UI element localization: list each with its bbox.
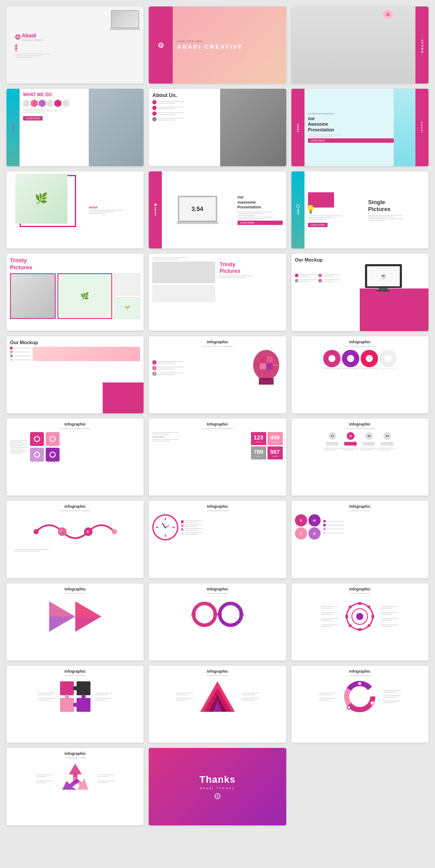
slide-19-wavy: 🔍 ⚙	[10, 514, 140, 549]
slide-2-brand: ABADI CREATIVE	[177, 44, 281, 50]
slide-17-content: Lorem ipsum 123 Lorem 456 Lorem 789 Lore…	[152, 432, 282, 459]
svg-text:TITLE: TITLE	[189, 615, 194, 617]
slide-15-infographic-tapes: Infographic Lorem ipsum dolor sit amet c…	[291, 336, 428, 413]
svg-marker-16	[49, 601, 75, 617]
svg-text:TITLE: TITLE	[241, 615, 246, 617]
slide-7-awesome-plant: 🌿 Abadi	[7, 171, 144, 248]
svg-rect-3	[267, 356, 273, 362]
slide-17-num-1: 123	[253, 434, 264, 441]
slide-26-infographic-chevron: Infographic Lorem ipsum dolor sit amet	[149, 666, 286, 743]
svg-rect-43	[77, 681, 90, 695]
svg-rect-35	[345, 615, 348, 618]
slide-14-head-graphic	[250, 350, 283, 387]
slide-8-title: ourAwesomePresentation	[238, 195, 283, 210]
slide-4-brand-label: ABADI	[12, 123, 14, 132]
slide-17-num-4: 567	[270, 449, 281, 455]
slide-1-subtitle: Creative Slides	[22, 39, 43, 41]
slide-1-abadi-intro: Abadi Creative Slides	[7, 7, 144, 84]
slide-14-title: Infographic	[152, 340, 282, 344]
slide-26-title: Infographic	[152, 669, 282, 674]
slide-12-monitor: ☕	[342, 264, 425, 292]
slide-22-title: Infographic	[10, 587, 140, 591]
slide-23-graphic: LOREM LOREM TITLE TITLE	[152, 597, 282, 632]
slide-11-trinity-2: TrinityPictures	[149, 254, 286, 331]
slide-14-content: 1 2 3	[152, 350, 282, 387]
slide-10-title: TrinityPictures	[10, 257, 140, 271]
slide-4-btn[interactable]: LEARN MORE	[23, 116, 43, 121]
svg-point-58	[371, 701, 374, 705]
slide-10-pics: 🌿 🌱	[10, 273, 140, 319]
slide-2-small: YOUR TITLE HERE	[177, 40, 281, 43]
slide-18-steps: 01 02 03 04	[295, 432, 425, 450]
svg-point-60	[355, 692, 364, 701]
slide-9-left-bar: Abadi	[291, 171, 304, 248]
svg-point-57	[358, 682, 361, 685]
slide-21-title: Infographic	[295, 504, 425, 509]
slide-13-content	[10, 347, 140, 361]
slide-11-content: TrinityPictures	[152, 261, 282, 327]
slide-24-title: Infographic	[295, 587, 425, 591]
svg-rect-2	[260, 356, 266, 362]
slide-26-graphic	[152, 679, 282, 714]
svg-text:LOREM: LOREM	[198, 603, 206, 606]
slide-23-title: Infographic	[152, 587, 282, 591]
slide-20-content	[152, 514, 282, 540]
slide-8-right: ourAwesomePresentation LEARN MORE	[234, 171, 286, 248]
slide-25-infographic-puzzle: Infographic Lorem ipsum dolor sit amet	[7, 666, 144, 743]
slide-29-thanks-subtitle: Abadi Themes	[200, 787, 235, 790]
svg-marker-19	[75, 617, 101, 632]
svg-text:⚙: ⚙	[86, 530, 89, 534]
slide-25-title: Infographic	[10, 669, 140, 674]
slide-8-awesome-laptop: ABADI 3.54 ourAwesomePresentation	[149, 171, 286, 248]
slide-22-infographic-diamond: Infographic Lorem ipsum dolor sit amet	[7, 583, 144, 660]
slide-10-trinity-1: TrinityPictures 🌿 🌱	[7, 254, 144, 331]
slide-17-num-3: 789	[253, 449, 264, 455]
slide-6-awesome-1: ABADI our Awesome Presentation ourAwesom…	[291, 89, 428, 166]
slide-29-thanks: Thanks Abadi Themes	[149, 748, 286, 825]
slide-5-photo	[220, 89, 286, 166]
slide-28-infographic-recycle: Infographic Lorem ipsum dolor sit amet	[7, 748, 144, 825]
slide-21-infographic-swot: Infographic Lorem ipsum dolor sit amet S…	[291, 501, 428, 578]
slide-12-content: ☕	[295, 264, 425, 292]
slide-12-title: Our Mockup	[295, 257, 425, 262]
slide-8-btn[interactable]: LEARN MORE	[238, 221, 283, 225]
slide-17-infographic-numbers: Infographic Lorem ipsum dolor sit amet c…	[149, 419, 286, 496]
slide-15-tapes	[295, 350, 425, 369]
slide-24-infographic-gear: Infographic Lorem ipsum dolor sit amet	[291, 583, 428, 660]
slide-4-shapes	[23, 99, 85, 107]
slide-grid: Abadi Creative Slides	[0, 0, 435, 832]
svg-point-11	[112, 529, 117, 534]
svg-point-41	[356, 613, 363, 620]
slide-13-pink-accent	[103, 382, 144, 413]
slide-4-right-photo	[89, 89, 144, 166]
svg-rect-36	[371, 615, 374, 618]
slide-6-right-bar: Abadi	[415, 89, 428, 166]
slide-17-title: Infographic	[152, 422, 282, 426]
svg-point-24	[218, 612, 222, 617]
slide-4-heading: WHAT WE DO	[23, 92, 85, 97]
svg-point-23	[213, 612, 218, 617]
svg-rect-34	[358, 628, 361, 631]
svg-point-46	[73, 686, 77, 690]
svg-text:LOREM: LOREM	[227, 603, 234, 606]
slide-19-infographic-wavy: Infographic Lorem ipsum dolor sit amet c…	[7, 501, 144, 578]
slide-9-btn[interactable]: LEARN MORE	[308, 223, 328, 227]
svg-point-49	[81, 694, 86, 699]
slide-19-title: Infographic	[10, 504, 140, 509]
slide-3-photo-area: 🌸	[291, 7, 415, 84]
slide-21-content: S T W O	[295, 514, 425, 540]
slide-13-photo	[33, 347, 140, 361]
slide-29-thanks-title: Thanks	[199, 774, 235, 785]
slide-29-globe-icon	[214, 793, 221, 799]
slide-4-what-we-do: ABADI WHAT WE DO LEARN MORE	[7, 89, 144, 166]
slide-28-title: Infographic	[10, 751, 140, 756]
svg-rect-45	[77, 698, 90, 712]
slide-5-items	[152, 100, 218, 121]
slide-16-labels	[10, 440, 27, 453]
svg-point-21	[220, 603, 241, 625]
slide-16-content	[10, 432, 140, 462]
slide-1-brand: Abadi	[22, 33, 43, 39]
svg-rect-1	[259, 378, 274, 385]
slide-2-abadi-pink: YOUR TITLE HERE ABADI CREATIVE	[149, 7, 286, 84]
slide-16-infographic-squares: Infographic Lorem ipsum dolor sit amet c…	[7, 419, 144, 496]
